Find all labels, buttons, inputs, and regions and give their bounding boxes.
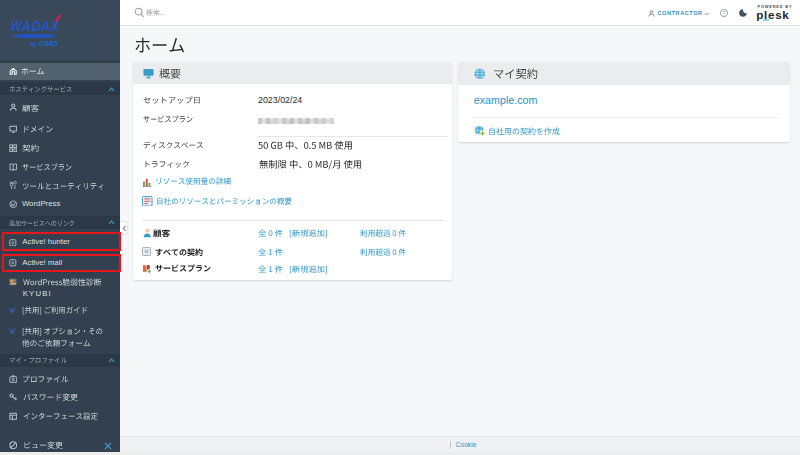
svg-text:?: ? [723, 10, 726, 16]
